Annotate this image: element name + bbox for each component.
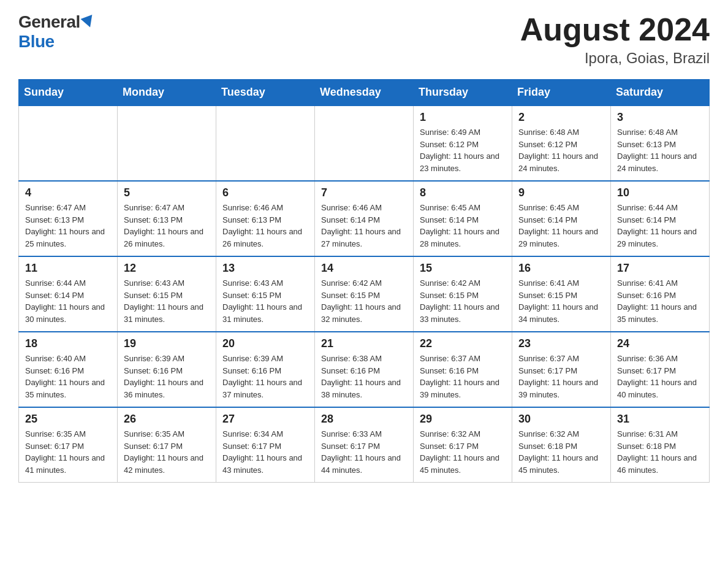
calendar-cell-1-5: 9Sunrise: 6:45 AM Sunset: 6:14 PM Daylig…: [512, 181, 611, 256]
day-info: Sunrise: 6:31 AM Sunset: 6:18 PM Dayligh…: [617, 428, 703, 476]
header-sunday: Sunday: [19, 80, 118, 106]
day-info: Sunrise: 6:39 AM Sunset: 6:16 PM Dayligh…: [222, 353, 308, 400]
calendar-cell-4-1: 26Sunrise: 6:35 AM Sunset: 6:17 PM Dayli…: [118, 407, 216, 483]
day-number: 28: [321, 413, 407, 426]
calendar-cell-4-4: 29Sunrise: 6:32 AM Sunset: 6:17 PM Dayli…: [414, 407, 512, 483]
day-info: Sunrise: 6:45 AM Sunset: 6:14 PM Dayligh…: [420, 202, 506, 250]
calendar-cell-3-4: 22Sunrise: 6:37 AM Sunset: 6:16 PM Dayli…: [414, 332, 512, 407]
day-info: Sunrise: 6:43 AM Sunset: 6:15 PM Dayligh…: [222, 277, 308, 325]
calendar-cell-2-4: 15Sunrise: 6:42 AM Sunset: 6:15 PM Dayli…: [414, 256, 512, 332]
calendar-cell-0-2: [216, 105, 315, 181]
day-info: Sunrise: 6:40 AM Sunset: 6:16 PM Dayligh…: [25, 353, 111, 400]
day-info: Sunrise: 6:46 AM Sunset: 6:13 PM Dayligh…: [222, 202, 308, 250]
day-info: Sunrise: 6:44 AM Sunset: 6:14 PM Dayligh…: [25, 277, 111, 325]
day-number: 29: [420, 413, 506, 426]
calendar-cell-4-6: 31Sunrise: 6:31 AM Sunset: 6:18 PM Dayli…: [611, 407, 710, 483]
day-number: 11: [25, 262, 111, 275]
day-number: 12: [124, 262, 210, 275]
day-number: 30: [518, 413, 604, 426]
week-row-5: 25Sunrise: 6:35 AM Sunset: 6:17 PM Dayli…: [19, 407, 710, 483]
day-number: 23: [518, 337, 604, 350]
day-number: 24: [617, 337, 703, 350]
day-number: 16: [518, 262, 604, 275]
day-number: 10: [617, 186, 703, 199]
day-number: 20: [222, 337, 308, 350]
calendar-cell-1-2: 6Sunrise: 6:46 AM Sunset: 6:13 PM Daylig…: [216, 181, 315, 256]
day-number: 27: [222, 413, 308, 426]
day-number: 19: [124, 337, 210, 350]
day-info: Sunrise: 6:42 AM Sunset: 6:15 PM Dayligh…: [321, 277, 407, 325]
header-tuesday: Tuesday: [216, 80, 315, 106]
week-row-3: 11Sunrise: 6:44 AM Sunset: 6:14 PM Dayli…: [19, 256, 710, 332]
logo-triangle-icon: [80, 15, 96, 29]
calendar-cell-4-5: 30Sunrise: 6:32 AM Sunset: 6:18 PM Dayli…: [512, 407, 611, 483]
calendar-cell-3-2: 20Sunrise: 6:39 AM Sunset: 6:16 PM Dayli…: [216, 332, 315, 407]
header-thursday: Thursday: [414, 80, 512, 106]
calendar-cell-2-1: 12Sunrise: 6:43 AM Sunset: 6:15 PM Dayli…: [118, 256, 216, 332]
calendar-cell-3-3: 21Sunrise: 6:38 AM Sunset: 6:16 PM Dayli…: [315, 332, 414, 407]
day-number: 5: [124, 186, 210, 199]
day-number: 17: [617, 262, 703, 275]
calendar-cell-4-3: 28Sunrise: 6:33 AM Sunset: 6:17 PM Dayli…: [315, 407, 414, 483]
calendar-cell-3-0: 18Sunrise: 6:40 AM Sunset: 6:16 PM Dayli…: [19, 332, 118, 407]
calendar-cell-0-0: [19, 105, 118, 181]
weekday-header-row: Sunday Monday Tuesday Wednesday Thursday…: [19, 80, 710, 106]
calendar-cell-0-4: 1Sunrise: 6:49 AM Sunset: 6:12 PM Daylig…: [414, 105, 512, 181]
day-info: Sunrise: 6:47 AM Sunset: 6:13 PM Dayligh…: [25, 202, 111, 250]
calendar-cell-2-3: 14Sunrise: 6:42 AM Sunset: 6:15 PM Dayli…: [315, 256, 414, 332]
day-number: 4: [25, 186, 111, 199]
calendar-cell-1-0: 4Sunrise: 6:47 AM Sunset: 6:13 PM Daylig…: [19, 181, 118, 256]
day-number: 2: [518, 111, 604, 124]
day-info: Sunrise: 6:42 AM Sunset: 6:15 PM Dayligh…: [420, 277, 506, 325]
calendar-cell-1-6: 10Sunrise: 6:44 AM Sunset: 6:14 PM Dayli…: [611, 181, 710, 256]
logo: General Blue: [18, 12, 94, 52]
location-title: Ipora, Goias, Brazil: [520, 50, 710, 67]
day-number: 13: [222, 262, 308, 275]
header: General Blue August 2024 Ipora, Goias, B…: [18, 12, 710, 67]
day-number: 7: [321, 186, 407, 199]
logo-blue-text: Blue: [18, 32, 55, 52]
calendar-cell-2-2: 13Sunrise: 6:43 AM Sunset: 6:15 PM Dayli…: [216, 256, 315, 332]
day-info: Sunrise: 6:48 AM Sunset: 6:12 PM Dayligh…: [518, 126, 604, 174]
day-number: 14: [321, 262, 407, 275]
calendar-cell-3-6: 24Sunrise: 6:36 AM Sunset: 6:17 PM Dayli…: [611, 332, 710, 407]
calendar-table: Sunday Monday Tuesday Wednesday Thursday…: [18, 79, 710, 483]
day-info: Sunrise: 6:49 AM Sunset: 6:12 PM Dayligh…: [420, 126, 506, 174]
calendar-cell-1-3: 7Sunrise: 6:46 AM Sunset: 6:14 PM Daylig…: [315, 181, 414, 256]
calendar-cell-0-5: 2Sunrise: 6:48 AM Sunset: 6:12 PM Daylig…: [512, 105, 611, 181]
day-number: 3: [617, 111, 703, 124]
calendar-cell-0-6: 3Sunrise: 6:48 AM Sunset: 6:13 PM Daylig…: [611, 105, 710, 181]
day-info: Sunrise: 6:38 AM Sunset: 6:16 PM Dayligh…: [321, 353, 407, 400]
week-row-2: 4Sunrise: 6:47 AM Sunset: 6:13 PM Daylig…: [19, 181, 710, 256]
calendar-cell-0-1: [118, 105, 216, 181]
calendar-cell-4-2: 27Sunrise: 6:34 AM Sunset: 6:17 PM Dayli…: [216, 407, 315, 483]
calendar-cell-2-6: 17Sunrise: 6:41 AM Sunset: 6:16 PM Dayli…: [611, 256, 710, 332]
day-info: Sunrise: 6:33 AM Sunset: 6:17 PM Dayligh…: [321, 428, 407, 476]
logo-general-text: General: [18, 12, 80, 32]
week-row-1: 1Sunrise: 6:49 AM Sunset: 6:12 PM Daylig…: [19, 105, 710, 181]
day-number: 18: [25, 337, 111, 350]
day-number: 15: [420, 262, 506, 275]
header-saturday: Saturday: [611, 80, 710, 106]
day-info: Sunrise: 6:35 AM Sunset: 6:17 PM Dayligh…: [124, 428, 210, 476]
month-title: August 2024: [520, 12, 710, 47]
day-info: Sunrise: 6:39 AM Sunset: 6:16 PM Dayligh…: [124, 353, 210, 400]
day-info: Sunrise: 6:41 AM Sunset: 6:15 PM Dayligh…: [518, 277, 604, 325]
day-number: 31: [617, 413, 703, 426]
header-friday: Friday: [512, 80, 611, 106]
day-info: Sunrise: 6:32 AM Sunset: 6:17 PM Dayligh…: [420, 428, 506, 476]
day-info: Sunrise: 6:47 AM Sunset: 6:13 PM Dayligh…: [124, 202, 210, 250]
calendar-cell-0-3: [315, 105, 414, 181]
week-row-4: 18Sunrise: 6:40 AM Sunset: 6:16 PM Dayli…: [19, 332, 710, 407]
calendar-cell-4-0: 25Sunrise: 6:35 AM Sunset: 6:17 PM Dayli…: [19, 407, 118, 483]
day-number: 22: [420, 337, 506, 350]
day-info: Sunrise: 6:44 AM Sunset: 6:14 PM Dayligh…: [617, 202, 703, 250]
calendar-cell-2-0: 11Sunrise: 6:44 AM Sunset: 6:14 PM Dayli…: [19, 256, 118, 332]
day-info: Sunrise: 6:41 AM Sunset: 6:16 PM Dayligh…: [617, 277, 703, 325]
calendar-cell-2-5: 16Sunrise: 6:41 AM Sunset: 6:15 PM Dayli…: [512, 256, 611, 332]
day-number: 26: [124, 413, 210, 426]
day-number: 1: [420, 111, 506, 124]
day-info: Sunrise: 6:43 AM Sunset: 6:15 PM Dayligh…: [124, 277, 210, 325]
calendar-cell-3-1: 19Sunrise: 6:39 AM Sunset: 6:16 PM Dayli…: [118, 332, 216, 407]
calendar-cell-1-1: 5Sunrise: 6:47 AM Sunset: 6:13 PM Daylig…: [118, 181, 216, 256]
